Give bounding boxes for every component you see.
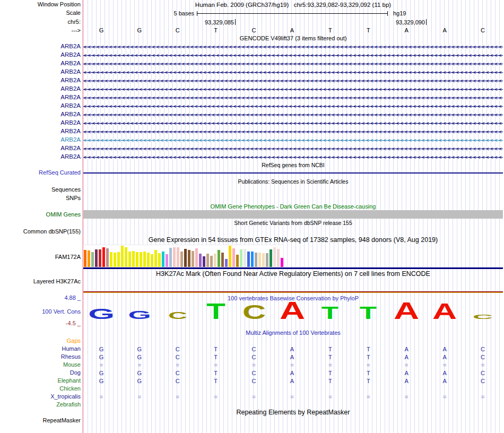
gtex-tissue-bar[interactable] <box>128 252 131 267</box>
track-label-h3k27ac[interactable]: Layered H3K27Ac <box>0 278 81 285</box>
gtex-tissue-bar[interactable] <box>210 256 213 267</box>
gtex-tissue-bar[interactable] <box>273 247 276 267</box>
gene-label-arb2a[interactable]: ARB2A <box>0 145 81 152</box>
species-label-elephant[interactable]: Elephant <box>0 377 81 384</box>
gtex-tissue-bar[interactable] <box>110 252 112 267</box>
gtex-tissue-bar[interactable] <box>188 250 190 267</box>
track-label-repeatmasker[interactable]: RepeatMasker <box>0 417 81 424</box>
gtex-tissue-bar[interactable] <box>244 249 246 267</box>
gene-label-arb2a[interactable]: ARB2A <box>0 136 81 143</box>
gtex-tissue-bar[interactable] <box>169 248 172 267</box>
track-label-refseq-curated[interactable]: RefSeq Curated <box>0 169 81 176</box>
gtex-tissue-bar[interactable] <box>162 252 164 267</box>
gtex-tissue-bar[interactable] <box>192 251 194 267</box>
omim-genes-bar[interactable] <box>83 210 503 219</box>
species-label-mouse[interactable]: Mouse <box>0 361 81 368</box>
gene-transcript-row[interactable]: <<<<<<<<<<<<<<<<<<<<<<<<<<<<<<<<<<<<<<<<… <box>83 77 503 84</box>
track-label-common-dbsnp[interactable]: Common dbSNP(155) <box>0 228 81 235</box>
gene-transcript-row[interactable]: <<<<<<<<<<<<<<<<<<<<<<<<<<<<<<<<<<<<<<<<… <box>83 128 503 135</box>
species-label-chicken[interactable]: Chicken <box>0 385 81 392</box>
track-label-sequences[interactable]: Sequences <box>0 186 81 193</box>
gtex-tissue-bar[interactable] <box>125 247 127 267</box>
gtex-tissue-bar[interactable] <box>270 249 272 267</box>
gtex-tissue-bar[interactable] <box>277 249 280 267</box>
refseq-curated-line[interactable] <box>83 172 503 174</box>
gtex-tissue-bar[interactable] <box>218 250 220 267</box>
gene-label-arb2a[interactable]: ARB2A <box>0 111 81 118</box>
gtex-tissue-bar[interactable] <box>255 253 257 267</box>
gtex-tissue-bar[interactable] <box>221 253 224 267</box>
gtex-tissue-bar[interactable] <box>95 249 98 267</box>
gtex-gene-label[interactable]: FAM172A <box>0 254 81 261</box>
gene-transcript-row[interactable]: <<<<<<<<<<<<<<<<<<<<<<<<<<<<<<<<<<<<<<<<… <box>83 103 503 110</box>
gene-label-arb2a[interactable]: ARB2A <box>0 128 81 135</box>
gtex-tissue-bar[interactable] <box>140 252 142 267</box>
gene-label-arb2a[interactable]: ARB2A <box>0 153 81 160</box>
gtex-tissue-bar[interactable] <box>236 255 239 267</box>
gtex-tissue-bar[interactable] <box>195 248 198 267</box>
gtex-tissue-bar[interactable] <box>199 254 202 267</box>
gtex-tissue-bar[interactable] <box>203 256 205 267</box>
track-label-100-vert-cons[interactable]: 100 Vert. Cons <box>0 308 81 315</box>
species-label-x_tropicalis[interactable]: X_tropicalis <box>0 393 81 400</box>
gtex-tissue-bar[interactable] <box>121 246 124 267</box>
gene-label-arb2a[interactable]: ARB2A <box>0 60 81 67</box>
gene-transcript-row[interactable]: <<<<<<<<<<<<<<<<<<<<<<<<<<<<<<<<<<<<<<<<… <box>83 60 503 67</box>
gtex-tissue-bar[interactable] <box>247 252 250 267</box>
gene-label-arb2a[interactable]: ARB2A <box>0 119 81 126</box>
gtex-tissue-bar[interactable] <box>184 249 187 267</box>
gtex-tissue-bar[interactable] <box>88 250 90 267</box>
gtex-tissue-bar[interactable] <box>240 249 242 267</box>
gtex-tissue-bar[interactable] <box>114 253 116 267</box>
gtex-tissue-bar[interactable] <box>258 253 261 267</box>
gtex-tissue-bar[interactable] <box>158 253 161 267</box>
gtex-tissue-bar[interactable] <box>214 254 216 267</box>
species-label-dog[interactable]: Dog <box>0 369 81 376</box>
track-label-snps[interactable]: SNPs <box>0 195 81 202</box>
species-label-gaps[interactable]: Gaps <box>0 337 81 344</box>
gene-transcript-row[interactable]: <<<<<<<<<<<<<<<<<<<<<<<<<<<<<<<<<<<<<<<<… <box>83 69 503 76</box>
gene-label-arb2a[interactable]: ARB2A <box>0 77 81 84</box>
gtex-tissue-bar[interactable] <box>251 252 254 267</box>
gene-label-arb2a[interactable]: ARB2A <box>0 51 81 58</box>
gtex-tissue-bar[interactable] <box>166 254 168 267</box>
species-label-rhesus[interactable]: Rhesus <box>0 353 81 360</box>
gtex-tissue-bar[interactable] <box>147 253 150 267</box>
gene-label-arb2a[interactable]: ARB2A <box>0 43 81 50</box>
gtex-tissue-bar[interactable] <box>102 247 105 267</box>
gene-transcript-row[interactable]: <<<<<<<<<<<<<<<<<<<<<<<<<<<<<<<<<<<<<<<<… <box>83 44 503 50</box>
gtex-tissue-bar[interactable] <box>154 250 157 267</box>
gtex-tissue-bar[interactable] <box>266 253 268 267</box>
gtex-tissue-bar[interactable] <box>99 249 101 267</box>
gtex-tissue-bar[interactable] <box>177 247 179 267</box>
gtex-tissue-bar[interactable] <box>225 259 228 267</box>
gene-label-arb2a[interactable]: ARB2A <box>0 102 81 109</box>
gtex-tissue-bar[interactable] <box>173 247 176 267</box>
gtex-tissue-bar[interactable] <box>84 250 86 267</box>
gene-transcript-row[interactable]: <<<<<<<<<<<<<<<<<<<<<<<<<<<<<<<<<<<<<<<<… <box>83 145 503 152</box>
gtex-tissue-bar[interactable] <box>143 252 146 267</box>
species-label-zebrafish[interactable]: Zebrafish <box>0 401 81 408</box>
track-label-omim-genes[interactable]: OMIM Genes <box>0 211 81 218</box>
gene-transcript-row[interactable]: <<<<<<<<<<<<<<<<<<<<<<<<<<<<<<<<<<<<<<<<… <box>83 137 503 144</box>
gtex-tissue-bar[interactable] <box>106 248 109 267</box>
gene-transcript-row[interactable]: <<<<<<<<<<<<<<<<<<<<<<<<<<<<<<<<<<<<<<<<… <box>83 94 503 101</box>
species-label-human[interactable]: Human <box>0 345 81 352</box>
gtex-tissue-bar[interactable] <box>206 254 209 267</box>
gene-transcript-row[interactable]: <<<<<<<<<<<<<<<<<<<<<<<<<<<<<<<<<<<<<<<<… <box>83 111 503 118</box>
gene-transcript-row[interactable]: <<<<<<<<<<<<<<<<<<<<<<<<<<<<<<<<<<<<<<<<… <box>83 52 503 59</box>
gtex-tissue-bar[interactable] <box>151 254 153 267</box>
gene-transcript-row[interactable]: <<<<<<<<<<<<<<<<<<<<<<<<<<<<<<<<<<<<<<<<… <box>83 86 503 93</box>
gtex-tissue-bar[interactable] <box>281 258 283 267</box>
gtex-tissue-bar[interactable] <box>91 252 94 267</box>
gtex-tissue-bar[interactable] <box>180 252 183 267</box>
gtex-tissue-bar[interactable] <box>136 252 138 267</box>
gene-label-arb2a[interactable]: ARB2A <box>0 85 81 92</box>
gene-label-arb2a[interactable]: ARB2A <box>0 94 81 101</box>
gtex-tissue-bar[interactable] <box>229 246 231 267</box>
gene-transcript-row[interactable]: <<<<<<<<<<<<<<<<<<<<<<<<<<<<<<<<<<<<<<<<… <box>83 154 503 161</box>
gtex-tissue-bar[interactable] <box>117 252 120 267</box>
gene-transcript-row[interactable]: <<<<<<<<<<<<<<<<<<<<<<<<<<<<<<<<<<<<<<<<… <box>83 120 503 127</box>
gtex-tissue-bar[interactable] <box>262 253 265 267</box>
gtex-tissue-bar[interactable] <box>132 251 135 267</box>
